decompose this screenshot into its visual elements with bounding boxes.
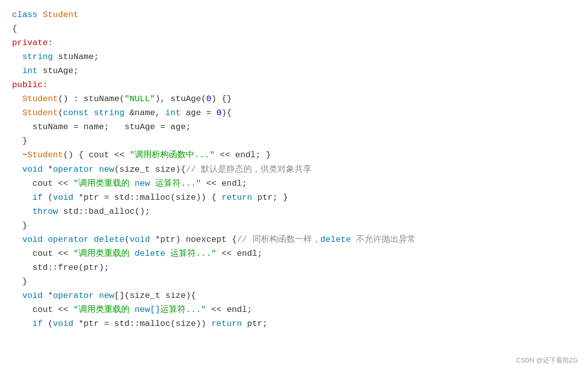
code-line-21: void *operator new[](size_t size){ [12,289,576,303]
code-line-20: } [12,275,576,289]
code-line-15: throw std::bad_alloc(); [12,205,576,219]
code-line-23: if (void *ptr = std::malloc(size)) retur… [12,317,576,331]
code-line-1: class Student [12,8,576,22]
code-line-7: Student() : stuName("NULL"), stuAge(0) {… [12,92,576,106]
code-line-5: int stuAge; [12,64,576,78]
code-line-3: private: [12,36,576,50]
code-line-12: void *operator new(size_t size){// 默认是静态… [12,163,576,177]
code-line-2: { [12,22,576,36]
code-line-16: } [12,219,576,233]
code-line-11: ~Student() { cout << "调用析构函数中..." << end… [12,148,576,162]
code-line-9: stuName = name; stuAge = age; [12,120,576,134]
code-line-19: std::free(ptr); [12,261,576,275]
watermark: CSDN @还下看雨ZG [516,355,578,366]
code-line-18: cout << "调用类重载的 delete 运算符..." << endl; [12,247,576,261]
code-line-17: void operator delete(void *ptr) noexcept… [12,233,576,247]
code-line-14: if (void *ptr = std::malloc(size)) { ret… [12,191,576,205]
code-line-22: cout << "调用类重载的 new[]运算符..." << endl; [12,303,576,317]
code-line-10: } [12,134,576,148]
code-container: class Student { private: string stuName;… [0,0,588,373]
code-line-4: string stuName; [12,50,576,64]
code-line-13: cout << "调用类重载的 new 运算符..." << endl; [12,177,576,191]
code-line-6: public: [12,78,576,92]
code-line-8: Student(const string &name, int age = 0)… [12,106,576,120]
